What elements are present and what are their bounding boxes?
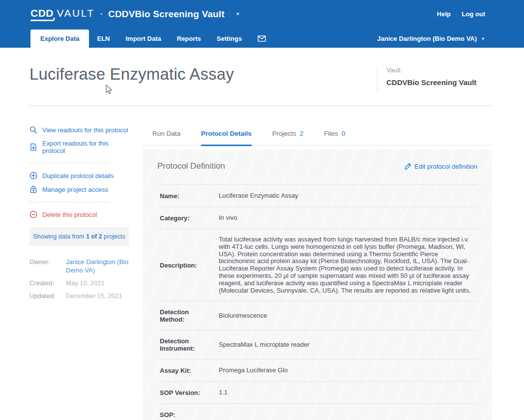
tab-projects-count: 2 — [300, 130, 304, 137]
delete-protocol-link[interactable]: Delete this protocol — [29, 210, 129, 218]
field-sop-version-value: 1.1 — [219, 389, 228, 396]
main-nav: Explore Data ELN Import Data Reports Set… — [0, 28, 524, 48]
field-detection-method-label: Detection Method: — [160, 308, 214, 323]
logo-separator-dot: · — [100, 10, 103, 19]
field-sop: SOP: — [160, 404, 477, 420]
messages-mail-icon[interactable] — [250, 30, 274, 48]
updated-label: Updated: — [29, 292, 66, 300]
field-name-value: Luciferase Enzymatic Assay — [219, 192, 298, 200]
edit-protocol-link[interactable]: Edit protocol definition — [405, 163, 477, 170]
lock-icon — [29, 185, 37, 193]
nav-eln[interactable]: ELN — [89, 30, 117, 48]
vault-caret-down-icon[interactable]: ▼ — [230, 11, 240, 17]
manage-access-label: Manage project access — [42, 186, 108, 193]
user-caret-down-icon: ▼ — [481, 36, 485, 41]
tab-files-label: Files — [324, 130, 338, 137]
edit-protocol-label: Edit protocol definition — [414, 163, 477, 170]
showing-count: 1 of 2 — [86, 233, 102, 240]
tab-projects[interactable]: Projects2 — [272, 126, 303, 146]
vault-info-label: Vault: — [386, 66, 492, 74]
field-category: Category: In vivo — [160, 207, 477, 229]
field-detection-instrument-label: Detection Instrument: — [160, 337, 214, 352]
protocol-definition-card: Protocol Definition Edit protocol defini… — [143, 150, 492, 420]
created-value: May 10, 2021 — [66, 279, 105, 287]
showing-prefix: Showing data from — [33, 233, 86, 240]
tab-run-data-label: Run Data — [152, 130, 180, 137]
manage-access-link[interactable]: Manage project access — [29, 185, 129, 193]
duplicate-icon — [29, 172, 37, 180]
field-name-label: Name: — [160, 192, 214, 200]
field-detection-instrument-value: SpectraMax L microplate reader — [219, 341, 310, 349]
vault-info-block: Vault: CDDVBio Screening Vault — [377, 66, 492, 92]
created-label: Created: — [29, 279, 66, 287]
nav-settings[interactable]: Settings — [209, 30, 250, 48]
field-detection-method: Detection Method: Biolunimescence — [160, 301, 477, 330]
page-title: Luciferase Enzymatic Assay — [29, 65, 234, 84]
export-readouts-link[interactable]: Export readouts for this protocol — [29, 140, 129, 154]
nav-reports[interactable]: Reports — [169, 30, 209, 48]
tab-run-data[interactable]: Run Data — [152, 126, 180, 146]
created-row: Created: May 10, 2021 — [29, 279, 129, 287]
card-title: Protocol Definition — [157, 161, 225, 171]
showing-suffix: projects — [102, 233, 125, 240]
field-sop-version-label: SOP Version: — [160, 389, 214, 396]
field-sop-version: SOP Version: 1.1 — [160, 382, 477, 404]
nav-import-data[interactable]: Import Data — [117, 30, 169, 48]
field-category-label: Category: — [160, 214, 214, 222]
export-file-icon — [29, 143, 37, 151]
cdd-vault-logo[interactable]: CDD, VAULT — [30, 7, 95, 21]
export-readouts-label: Export readouts for this protocol — [42, 140, 129, 154]
field-detection-method-value: Biolunimescence — [219, 312, 267, 320]
logo-cdd-text: CDD — [30, 7, 54, 21]
app-header: CDD, VAULT · CDDVBio Screening Vault ▼ H… — [0, 0, 524, 48]
sidebar-divider — [29, 202, 109, 202]
field-assay-kit: Assay Kit: Promega Luciferase Glo — [160, 360, 477, 382]
view-readouts-link[interactable]: View readouts for this protocol — [29, 126, 129, 134]
protocol-meta: Owner: Janice Darlington (Bio Demo VA) C… — [29, 258, 129, 300]
field-assay-kit-value: Promega Luciferase Glo — [219, 367, 288, 374]
delete-protocol-label: Delete this protocol — [42, 211, 97, 218]
top-links-separator: · — [455, 10, 457, 18]
tab-projects-label: Projects — [272, 130, 296, 137]
field-detection-instrument: Detection Instrument: SpectraMax L micro… — [160, 330, 477, 360]
updated-value: December 15, 2021 — [66, 292, 122, 300]
sidebar-divider — [29, 163, 109, 163]
tab-files-count: 0 — [342, 130, 346, 137]
field-description-value: Total luciferase activity was assayed fr… — [219, 236, 475, 294]
logout-link[interactable]: Log out — [462, 10, 485, 18]
field-assay-kit-label: Assay Kit: — [160, 367, 214, 374]
logo-comma: , — [53, 10, 56, 22]
delete-icon — [29, 210, 37, 218]
duplicate-protocol-link[interactable]: Duplicate protocol details — [29, 172, 129, 180]
field-sop-label: SOP: — [160, 411, 214, 419]
pencil-icon — [405, 163, 411, 170]
duplicate-protocol-label: Duplicate protocol details — [42, 172, 114, 180]
page-divider — [29, 105, 492, 106]
owner-value-link[interactable]: Janice Darlington (Bio Demo VA) — [66, 258, 129, 274]
user-name: Janice Darlington (Bio Demo VA) — [377, 35, 477, 42]
field-description: Description: Total luciferase activity w… — [160, 229, 477, 301]
updated-row: Updated: December 15, 2021 — [29, 292, 129, 300]
tab-protocol-details[interactable]: Protocol Details — [201, 126, 252, 146]
help-link[interactable]: Help — [437, 10, 451, 18]
showing-projects-box[interactable]: Showing data from 1 of 2 projects — [29, 227, 129, 246]
user-menu[interactable]: Janice Darlington (Bio Demo VA) ▼ — [377, 30, 485, 48]
protocol-tabs: Run Data Protocol Details Projects2 File… — [143, 126, 492, 146]
field-description-label: Description: — [160, 262, 214, 269]
owner-label: Owner: — [29, 258, 66, 274]
field-name: Name: Luciferase Enzymatic Assay — [160, 185, 477, 207]
vault-info-name: CDDVBio Screening Vault — [386, 78, 492, 87]
protocol-content: Run Data Protocol Details Projects2 File… — [143, 126, 492, 420]
tab-protocol-details-label: Protocol Details — [201, 130, 252, 137]
nav-explore-data[interactable]: Explore Data — [30, 30, 89, 48]
owner-row: Owner: Janice Darlington (Bio Demo VA) — [29, 258, 129, 274]
protocol-fields: Name: Luciferase Enzymatic Assay Categor… — [160, 184, 477, 420]
protocol-sidebar: View readouts for this protocol Export r… — [29, 126, 129, 304]
logo-vault-text: VAULT — [57, 7, 95, 19]
field-category-value: In vivo — [219, 214, 237, 222]
view-readouts-label: View readouts for this protocol — [42, 126, 128, 134]
search-icon — [29, 126, 37, 134]
vault-switcher[interactable]: CDDVBio Screening Vault — [108, 9, 225, 20]
tab-files[interactable]: Files0 — [324, 126, 345, 146]
